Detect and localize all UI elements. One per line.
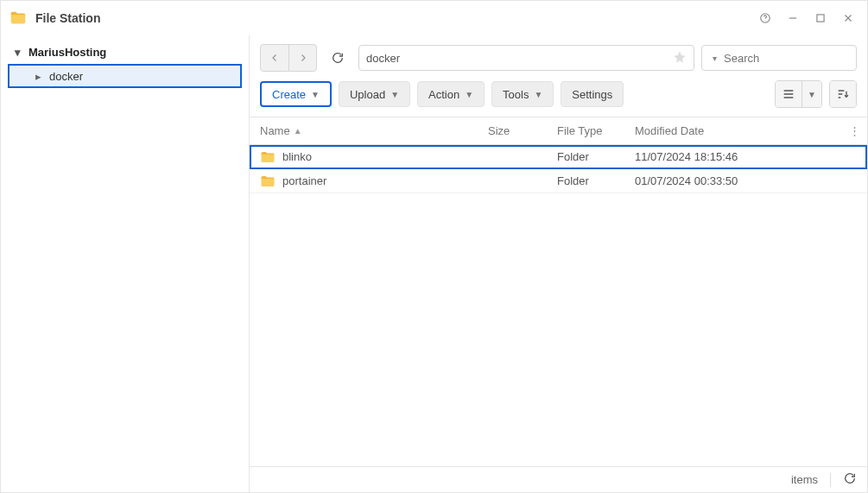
maximize-button[interactable] bbox=[808, 6, 833, 30]
svg-rect-3 bbox=[817, 15, 824, 22]
table-row[interactable]: blinko Folder 11/07/2024 18:15:46 bbox=[250, 145, 867, 169]
minimize-button[interactable] bbox=[781, 6, 805, 30]
path-row: docker ▾ bbox=[250, 44, 867, 72]
main-panel: docker ▾ Create ▼ Upload bbox=[250, 35, 867, 492]
col-header-size[interactable]: Size bbox=[488, 124, 557, 137]
help-button[interactable] bbox=[753, 6, 777, 30]
cell-name: blinko bbox=[282, 150, 312, 163]
view-list-button[interactable] bbox=[776, 81, 801, 107]
create-label: Create bbox=[272, 88, 306, 101]
search-menu-caret-icon[interactable]: ▾ bbox=[713, 54, 717, 63]
file-table: Name ▲ Size File Type Modified Date ⋮ bl… bbox=[250, 117, 867, 466]
tree-root[interactable]: ▾ MariusHosting bbox=[1, 42, 249, 62]
view-mode-menu[interactable]: ▼ bbox=[801, 81, 821, 107]
divider bbox=[830, 473, 831, 487]
app-title: File Station bbox=[35, 11, 100, 25]
chevron-down-icon: ▼ bbox=[311, 90, 320, 99]
close-button[interactable] bbox=[836, 6, 860, 30]
folder-icon bbox=[260, 174, 276, 188]
chevron-down-icon: ▼ bbox=[465, 90, 473, 99]
nav-back-button[interactable] bbox=[261, 45, 288, 71]
svg-rect-2 bbox=[789, 17, 796, 18]
nav-group bbox=[260, 44, 317, 72]
status-items-label: items bbox=[791, 473, 818, 486]
col-header-modified[interactable]: Modified Date bbox=[635, 124, 841, 137]
tree-item-label: docker bbox=[49, 70, 83, 83]
tree-root-label: MariusHosting bbox=[29, 46, 106, 59]
cell-modified: 01/07/2024 00:33:50 bbox=[635, 174, 841, 187]
titlebar: File Station bbox=[1, 1, 867, 35]
sidebar: ▾ MariusHosting ▸ docker bbox=[1, 35, 250, 492]
statusbar: items bbox=[250, 466, 867, 492]
tools-button[interactable]: Tools ▼ bbox=[491, 81, 554, 107]
col-header-type[interactable]: File Type bbox=[557, 124, 635, 137]
settings-button[interactable]: Settings bbox=[561, 81, 624, 107]
sort-button-group bbox=[829, 80, 857, 108]
svg-point-1 bbox=[765, 20, 766, 21]
folder-icon bbox=[260, 150, 276, 164]
action-label: Action bbox=[428, 88, 459, 101]
view-mode-group: ▼ bbox=[775, 80, 822, 108]
chevron-down-icon: ▼ bbox=[534, 90, 542, 99]
cell-type: Folder bbox=[557, 174, 635, 187]
settings-label: Settings bbox=[572, 88, 612, 101]
nav-forward-button[interactable] bbox=[288, 45, 316, 71]
cell-modified: 11/07/2024 18:15:46 bbox=[635, 150, 841, 163]
toolbar: Create ▼ Upload ▼ Action ▼ Tools ▼ Setti… bbox=[250, 80, 867, 108]
cell-type: Folder bbox=[557, 150, 635, 163]
app-window: File Station ▾ MariusHosting ▸ docker bbox=[0, 0, 868, 493]
upload-button[interactable]: Upload ▼ bbox=[339, 81, 410, 107]
create-button[interactable]: Create ▼ bbox=[260, 81, 332, 107]
upload-label: Upload bbox=[350, 88, 385, 101]
table-row[interactable]: portainer Folder 01/07/2024 00:33:50 bbox=[250, 169, 867, 193]
chevron-down-icon: ▼ bbox=[390, 90, 399, 99]
search-input[interactable]: ▾ bbox=[701, 45, 857, 71]
search-field[interactable] bbox=[722, 51, 868, 66]
action-button[interactable]: Action ▼ bbox=[417, 81, 485, 107]
col-header-more[interactable]: ⋮ bbox=[841, 124, 867, 137]
sort-button[interactable] bbox=[830, 81, 856, 107]
tools-label: Tools bbox=[503, 88, 529, 101]
table-header: Name ▲ Size File Type Modified Date ⋮ bbox=[250, 117, 867, 145]
reload-button[interactable] bbox=[324, 45, 352, 71]
caret-right-icon: ▸ bbox=[35, 70, 46, 83]
col-header-name[interactable]: Name ▲ bbox=[250, 124, 488, 137]
path-text: docker bbox=[366, 52, 400, 65]
cell-name: portainer bbox=[282, 174, 326, 187]
sort-asc-icon: ▲ bbox=[294, 126, 302, 136]
status-reload-button[interactable] bbox=[843, 471, 857, 488]
favorite-icon[interactable] bbox=[673, 50, 687, 66]
tree-item-docker[interactable]: ▸ docker bbox=[8, 64, 242, 88]
app-icon bbox=[8, 8, 29, 28]
path-input[interactable]: docker bbox=[358, 45, 694, 71]
caret-down-icon: ▾ bbox=[15, 46, 25, 59]
